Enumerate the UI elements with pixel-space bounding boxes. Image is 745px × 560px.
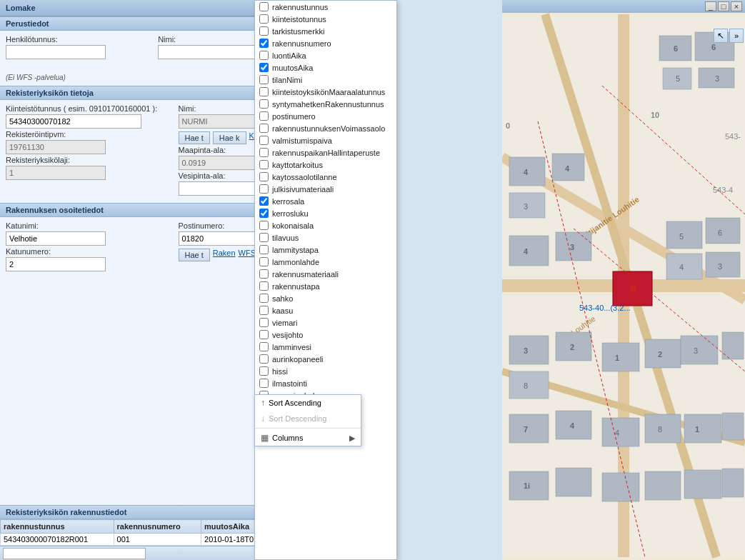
- hae-koordinaatit-button[interactable]: Hae k: [213, 131, 246, 144]
- checkbox-lammitystapa[interactable]: [259, 245, 269, 254]
- svg-text:4: 4: [679, 263, 684, 271]
- map-corner-icon[interactable]: ↖: [714, 29, 728, 43]
- checkbox-lamminvesi[interactable]: [259, 342, 269, 351]
- sort-ascending-item[interactable]: ↑ Sort Ascending: [255, 395, 361, 411]
- svg-text:543-40...(3.2...: 543-40...(3.2...: [579, 304, 631, 312]
- dropdown-item-kayttotarkoitus[interactable]: kayttotarkoitus: [255, 159, 396, 171]
- svg-text:6: 6: [674, 44, 678, 53]
- checkbox-tarkistusmerkki[interactable]: [259, 26, 269, 36]
- checkbox-kiinteistotunnus[interactable]: [259, 14, 269, 24]
- raken-link[interactable]: Raken: [213, 249, 236, 261]
- checkbox-muutosAika[interactable]: [259, 63, 269, 72]
- checkbox-kaasu[interactable]: [259, 306, 269, 315]
- katunumero-input[interactable]: [6, 257, 106, 271]
- katunimi-input[interactable]: [6, 231, 106, 246]
- dropdown-label-julkisivumateriaali: julkisivumateriaali: [272, 185, 334, 194]
- dropdown-item-kerrosala[interactable]: kerrosala: [255, 195, 396, 207]
- checkbox-sahko[interactable]: [259, 294, 269, 303]
- checkbox-tilavuus[interactable]: [259, 233, 269, 242]
- dropdown-item-syntymahetkenRakennustunnus[interactable]: syntymahetkenRakennustunnus: [255, 98, 396, 110]
- map-expand-button[interactable]: »: [729, 29, 744, 43]
- dropdown-item-viemari[interactable]: viemari: [255, 316, 396, 329]
- dropdown-item-rakennustapa[interactable]: rakennustapa: [255, 280, 396, 292]
- hae-tiedot-button[interactable]: Hae t: [179, 131, 210, 144]
- dropdown-item-rakennusnumero[interactable]: rakennusnumero: [255, 37, 396, 49]
- kiinteistotunnus-input[interactable]: [6, 114, 141, 129]
- hae-paikka-button[interactable]: Hae t: [179, 249, 210, 261]
- map-maximize-button[interactable]: □: [718, 1, 729, 11]
- checkbox-vesijohto[interactable]: [259, 330, 269, 339]
- checkbox-aurinkopaneeli[interactable]: [259, 354, 269, 364]
- dropdown-label-lammonlahde: lammonlahde: [272, 258, 319, 266]
- checkbox-rakennustunnuksenVoimassaolo[interactable]: [259, 124, 269, 133]
- dropdown-item-rakennusmateriaali[interactable]: rakennusmateriaali: [255, 268, 396, 280]
- dropdown-item-tilavuus[interactable]: tilavuus: [255, 231, 396, 244]
- dropdown-item-kerrosluku[interactable]: kerrosluku: [255, 207, 396, 219]
- checkbox-kerrosala[interactable]: [259, 196, 269, 206]
- dropdown-item-postinumero[interactable]: postinumero: [255, 110, 396, 122]
- checkbox-postinumero[interactable]: [259, 111, 269, 121]
- dropdown-label-aurinkopaneeli: aurinkopaneeli: [272, 355, 324, 364]
- dropdown-label-luontiAika: luontiAika: [272, 51, 306, 60]
- checkbox-kokonaisala[interactable]: [259, 221, 269, 230]
- dropdown-item-kokonaisala[interactable]: kokonaisala: [255, 219, 396, 231]
- checkbox-julkisivumateriaali[interactable]: [259, 184, 269, 194]
- dropdown-item-rakennustunnuksenVoimassaolo[interactable]: rakennustunnuksenVoimassaolo: [255, 122, 396, 134]
- dropdown-label-rakennustunnus: rakennustunnus: [272, 3, 328, 11]
- col-rakennusnumero[interactable]: rakennusnumero: [114, 520, 201, 534]
- dropdown-panel: rakennustunnuskiinteistotunnustarkistusm…: [254, 0, 397, 560]
- dropdown-item-luontiAika[interactable]: luontiAika: [255, 49, 396, 61]
- dropdown-item-rakennustunnus[interactable]: rakennustunnus: [255, 1, 396, 13]
- dropdown-item-kaasu[interactable]: kaasu: [255, 304, 396, 316]
- map-close-button[interactable]: ×: [731, 1, 742, 11]
- dropdown-item-hissi[interactable]: hissi: [255, 365, 396, 377]
- dropdown-item-aurinkopaneeli[interactable]: aurinkopaneeli: [255, 353, 396, 365]
- dropdown-item-muutosAika[interactable]: muutosAika: [255, 61, 396, 74]
- checkbox-valmistumispaiva[interactable]: [259, 136, 269, 145]
- sort-desc-icon: ↓: [261, 414, 265, 424]
- dropdown-item-kaytossaolotilanne[interactable]: kaytossaolotilanne: [255, 171, 396, 183]
- dropdown-item-lamminvesi[interactable]: lamminvesi: [255, 341, 396, 353]
- checkbox-luontiAika[interactable]: [259, 51, 269, 60]
- map-minimize-button[interactable]: _: [705, 1, 716, 11]
- sort-descending-item[interactable]: ↓ Sort Descending: [255, 411, 361, 426]
- dropdown-item-lammitystapa[interactable]: lammitystapa: [255, 244, 396, 256]
- dropdown-item-ilmastointi[interactable]: ilmastointi: [255, 377, 396, 389]
- dropdown-label-rakennuspaikanHallintaperuste: rakennuspaikanHallintaperuste: [272, 149, 380, 157]
- checkbox-ilmastointi[interactable]: [259, 379, 269, 388]
- checkbox-rakennuspaikanHallintaperuste[interactable]: [259, 148, 269, 157]
- svg-text:2: 2: [658, 350, 662, 359]
- dropdown-item-rakennuspaikanHallintaperuste[interactable]: rakennuspaikanHallintaperuste: [255, 146, 396, 159]
- checkbox-rakennusmateriaali[interactable]: [259, 269, 269, 279]
- dropdown-item-vesijohto[interactable]: vesijohto: [255, 329, 396, 341]
- dropdown-item-lammonlahde[interactable]: lammonlahde: [255, 256, 396, 268]
- checkbox-rakennusnumero[interactable]: [259, 39, 269, 48]
- col-rakennustunnus[interactable]: rakennustunnus: [1, 520, 114, 534]
- checkbox-hissi[interactable]: [259, 366, 269, 376]
- dropdown-item-tarkistusmerkki[interactable]: tarkistusmerkki: [255, 25, 396, 37]
- dropdown-label-lammitystapa: lammitystapa: [272, 246, 319, 254]
- checkbox-kiinteistoyksikönMaaraalatunnus[interactable]: [259, 87, 269, 96]
- dropdown-label-valmistumispaiva: valmistumispaiva: [272, 136, 332, 145]
- dropdown-item-kiinteistotunnus[interactable]: kiinteistotunnus: [255, 13, 396, 25]
- dropdown-item-valmistumispaiva[interactable]: valmistumispaiva: [255, 134, 396, 146]
- checkbox-rakennustapa[interactable]: [259, 281, 269, 291]
- status-input[interactable]: [3, 548, 146, 559]
- checkbox-viemari[interactable]: [259, 318, 269, 327]
- checkbox-rakennustunnus[interactable]: [259, 2, 269, 11]
- dropdown-item-sahko[interactable]: sahko: [255, 292, 396, 304]
- dropdown-item-julkisivumateriaali[interactable]: julkisivumateriaali: [255, 183, 396, 195]
- svg-text:1i: 1i: [524, 481, 530, 490]
- henkilotunnus-input[interactable]: [6, 45, 106, 59]
- checkbox-tilanNimi[interactable]: [259, 75, 269, 84]
- dropdown-item-tilanNimi[interactable]: tilanNimi: [255, 74, 396, 86]
- checkbox-kerrosluku[interactable]: [259, 209, 269, 218]
- columns-item[interactable]: ▦ Columns ▶: [255, 430, 361, 446]
- checkbox-kaytossaolotilanne[interactable]: [259, 172, 269, 181]
- nimi-input[interactable]: [158, 45, 258, 59]
- svg-text:6: 6: [718, 229, 722, 237]
- checkbox-syntymahetkenRakennustunnus[interactable]: [259, 99, 269, 109]
- checkbox-kayttotarkoitus[interactable]: [259, 160, 269, 169]
- checkbox-lammonlahde[interactable]: [259, 257, 269, 266]
- dropdown-item-kiinteistoyksikönMaaraalatunnus[interactable]: kiinteistoyksikönMaaraalatunnus: [255, 86, 396, 98]
